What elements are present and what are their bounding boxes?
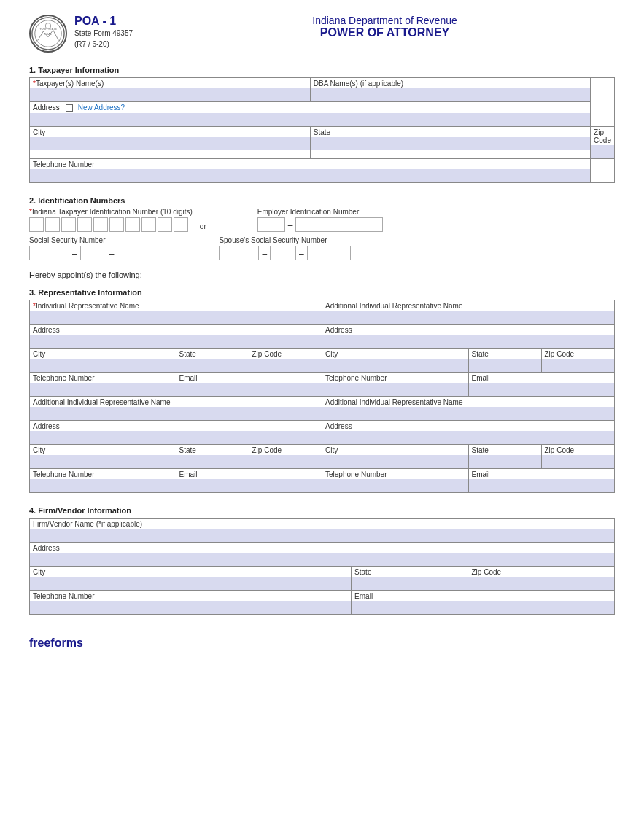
firm-address-label: Address [30,543,614,553]
table-row: Address Address [30,421,615,445]
seal-circle: YOUR STATE SEAL [29,15,67,53]
ssn-field-3[interactable] [117,246,160,260]
ssn-field-1[interactable] [29,246,69,260]
tin-digit-7[interactable] [125,217,140,232]
page-header: YOUR STATE SEAL POA - 1 State Form 49357… [29,15,615,53]
spouse-ssn-dash-1: – [262,249,267,260]
rep4-name-cell: Additional Individual Representative Nam… [322,397,615,421]
rep4-name-field[interactable] [322,407,614,420]
tin-group: *Indiana Taxpayer Identification Number … [29,208,193,232]
table-row: Address New Address? [30,102,615,127]
rep4-telephone-field[interactable] [322,479,468,492]
form-info: POA - 1 State Form 49357 (R7 / 6-20) [74,15,133,50]
dba-name-field[interactable] [311,88,590,101]
rep3-city-field[interactable] [30,455,176,468]
tin-digit-3[interactable] [61,217,76,232]
table-row: Firm/Vendor Name (*if applicable) [30,519,615,543]
telephone-field[interactable] [30,169,590,182]
table-row: Telephone Number Email [30,591,615,615]
tin-digit-6[interactable] [109,217,124,232]
firm-telephone-field[interactable] [30,601,351,614]
ein-dash: – [288,220,293,232]
rep1-name-field[interactable] [30,311,322,324]
rep4-address-field[interactable] [322,431,614,444]
address-field[interactable] [30,113,590,126]
rep2-state-field[interactable] [469,359,541,372]
city-field[interactable] [30,137,310,150]
dba-name-label: DBA Name(s) (if applicable) [311,78,590,88]
rep3-name-field[interactable] [30,407,322,420]
firm-state-field[interactable] [352,577,468,590]
firm-state-cell: State [352,567,468,591]
firm-email-label: Email [352,591,614,601]
firm-email-field[interactable] [352,601,614,614]
rep1-address-field[interactable] [30,335,322,348]
rep3-address-label: Address [30,421,322,431]
rep4-state-field[interactable] [469,455,541,468]
tin-digit-5[interactable] [93,217,108,232]
rep4-city-row: City State Zip Code [322,445,615,469]
spouse-ssn-field-2[interactable] [270,246,296,260]
zip-field[interactable] [591,145,614,158]
tin-row: *Indiana Taxpayer Identification Number … [29,208,615,232]
section2-title: 2. Identification Numbers [29,196,615,205]
tin-digit-9[interactable] [158,217,172,232]
rep1-state-field[interactable] [176,359,249,372]
rep1-city-cell: City [30,349,176,372]
rep4-zip-field[interactable] [542,455,615,468]
ssn-group: Social Security Number – – [29,236,160,260]
firm-city-field[interactable] [30,577,351,590]
spouse-ssn-field-1[interactable] [219,246,259,260]
rep2-email-field[interactable] [469,383,615,396]
rep3-state-field[interactable] [176,455,249,468]
rep2-name-field[interactable] [322,311,614,324]
rep2-telephone-field[interactable] [322,383,468,396]
rep4-city-field[interactable] [322,455,468,468]
rep2-address-field[interactable] [322,335,614,348]
table-row: Telephone Number Email [30,373,615,397]
rep3-email-field[interactable] [176,479,322,492]
rep1-telephone-field[interactable] [30,383,176,396]
taxpayer-name-field[interactable] [30,88,310,101]
spouse-ssn-field-3[interactable] [307,246,351,260]
city-label: City [30,127,310,137]
rep3-address-field[interactable] [30,431,322,444]
firm-address-field[interactable] [30,553,614,566]
rep3-zip-cell: Zip Code [249,445,322,468]
rep3-tel-row: Telephone Number Email [30,469,322,493]
tin-digit-1[interactable] [29,217,44,232]
tin-digit-boxes [29,217,193,232]
ssn-dash-2: – [109,249,115,260]
ssn-field-2[interactable] [80,246,106,260]
rep3-address-cell: Address [30,421,322,445]
tin-digit-2[interactable] [45,217,60,232]
rep2-city-field[interactable] [322,359,468,372]
rep1-email-field[interactable] [176,383,322,396]
rep4-email-field[interactable] [469,479,615,492]
tin-digit-4[interactable] [77,217,92,232]
state-field[interactable] [311,137,590,150]
rep2-zip-field[interactable] [542,359,615,372]
firm-telephone-label: Telephone Number [30,591,351,601]
rep3-zip-field[interactable] [249,455,322,468]
zip-label: Zip Code [591,127,614,145]
firm-name-field[interactable] [30,529,614,542]
table-row: City State Zip Code [30,445,615,469]
ein-field-2[interactable] [295,217,383,232]
firm-zip-label: Zip Code [468,567,614,577]
table-row: City State Zip Code [30,567,615,591]
section-representative: 3. Representative Information *Individua… [29,288,615,493]
rep2-tel-table: Telephone Number Email [322,373,614,396]
new-address-checkbox[interactable] [66,104,73,112]
rep1-zip-field[interactable] [249,359,322,372]
tin-digit-8[interactable] [141,217,156,232]
rep3-telephone-field[interactable] [30,479,176,492]
ein-container: – [257,217,384,232]
ein-field-1[interactable] [257,217,285,232]
rep2-name-cell: Additional Individual Representative Nam… [322,300,615,325]
firm-zip-field[interactable] [468,577,614,590]
doc-title: POWER OF ATTORNEY [155,26,615,39]
rep3-state-cell: State [176,445,249,468]
tin-digit-10[interactable] [174,217,188,232]
rep1-city-field[interactable] [30,359,176,372]
